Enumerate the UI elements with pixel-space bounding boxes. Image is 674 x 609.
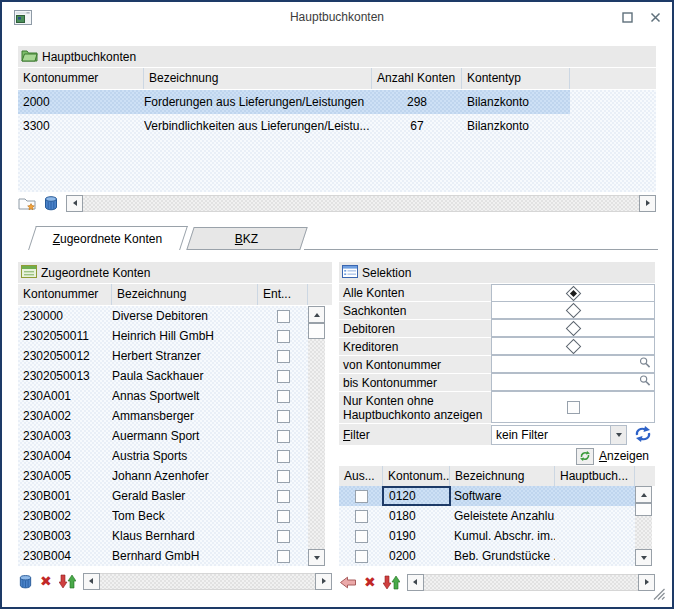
von-kontonummer-input[interactable] [491,355,655,373]
table-row[interactable]: 3300 Verbindlichkeiten aus Lieferungen/L… [18,114,570,138]
assigned-toolbar: ✖ [18,572,332,590]
main-table-toolbar [18,194,656,212]
cell-kontentyp: Bilanzkonto [462,114,570,138]
bis-kontonummer-input[interactable] [491,373,655,391]
table-row[interactable]: 2302050012Herbert Stranzer [18,346,308,366]
nur-konten-ohne-checkbox[interactable] [567,401,580,414]
radio-kreditoren[interactable] [491,337,655,355]
window-title: Hauptbuchkonten [2,10,672,24]
scroll-thumb[interactable] [308,323,325,339]
hauptbuchkonten-group-header: Hauptbuchkonten [18,46,656,67]
scroll-thumb[interactable] [635,503,652,516]
reassign-arrows-icon[interactable] [383,575,400,590]
filter-dropdown[interactable]: kein Filter [491,425,627,445]
scroll-up-button[interactable] [635,486,652,503]
scroll-track[interactable] [100,573,315,590]
entfernen-checkbox[interactable] [277,470,290,483]
entfernen-checkbox[interactable] [277,390,290,403]
delete-icon[interactable] [43,195,59,211]
table-row[interactable]: 230A001Annas Sportwelt [18,386,308,406]
radio-label-sachkonten: Sachkonten [339,302,491,320]
entfernen-checkbox[interactable] [277,530,290,543]
anzeigen-button[interactable]: Anzeigen [599,449,649,463]
entfernen-checkbox[interactable] [277,330,290,343]
entfernen-checkbox[interactable] [277,510,290,523]
tab-bkz[interactable]: BKZ [186,227,307,250]
scroll-down-button[interactable] [635,549,652,566]
back-arrow-icon[interactable] [339,576,357,589]
chevron-down-icon[interactable] [610,426,626,444]
delete-icon[interactable] [18,574,33,589]
assigned-horizontal-scrollbar[interactable] [83,573,332,590]
resize-grip[interactable] [651,588,666,603]
entfernen-checkbox[interactable] [277,490,290,503]
table-row[interactable]: 230000Diverse Debitoren [18,306,308,326]
entfernen-checkbox[interactable] [277,410,290,423]
radio-sachkonten[interactable] [491,301,655,319]
scroll-track[interactable] [635,516,652,549]
entfernen-checkbox[interactable] [277,310,290,323]
entfernen-checkbox[interactable] [277,350,290,363]
scroll-left-button[interactable] [407,574,424,591]
focused-cell[interactable]: 0120 [383,487,450,505]
scroll-track[interactable] [424,574,638,591]
add-account-icon[interactable] [18,195,36,211]
scroll-up-button[interactable] [308,306,325,323]
table-row[interactable]: 0190 Kumul. Abschr. im... [339,526,635,546]
remove-icon[interactable]: ✖ [40,574,52,588]
nur-konten-ohne-checkbox-cell[interactable] [491,391,655,423]
table-row[interactable]: 230B004Bernhard GmbH [18,546,308,566]
table-row[interactable]: 2000 Forderungen aus Lieferungen/Leistun… [18,90,570,114]
table-row[interactable]: 230B001Gerald Basler [18,486,308,506]
scroll-track[interactable] [83,195,639,212]
radio-diamond[interactable] [565,338,581,354]
entfernen-checkbox[interactable] [277,550,290,563]
refresh-icon[interactable] [633,425,653,446]
assigned-vertical-scrollbar[interactable] [308,306,325,566]
auswahl-checkbox[interactable] [355,490,368,503]
radio-diamond-selected[interactable] [565,285,581,301]
filter-label: Filter [339,424,491,446]
table-row[interactable]: 230A004Austria Sports [18,446,308,466]
table-row[interactable]: 0120 Software [339,486,635,506]
table-row[interactable]: 0180 Geleistete Anzahlu... [339,506,635,526]
table-row[interactable]: 230B003Klaus Bernhard [18,526,308,546]
entfernen-checkbox[interactable] [277,450,290,463]
auswahl-checkbox[interactable] [355,550,368,563]
auswahl-checkbox[interactable] [355,510,368,523]
radio-diamond[interactable] [565,320,581,336]
table-row[interactable]: 2302050011Heinrich Hill GmbH [18,326,308,346]
table-row[interactable]: 230A003Auermann Sport [18,426,308,446]
main-horizontal-scrollbar[interactable] [66,195,656,212]
scroll-left-button[interactable] [83,573,100,590]
scroll-right-button[interactable] [639,195,656,212]
reassign-arrows-icon[interactable] [59,574,76,589]
auswahl-checkbox[interactable] [355,530,368,543]
results-vertical-scrollbar[interactable] [635,486,652,566]
entfernen-checkbox[interactable] [277,370,290,383]
close-button[interactable] [648,10,662,24]
tab-zugeordnete-konten[interactable]: Zugeordnete Konten [28,226,188,250]
search-icon[interactable] [639,357,651,372]
table-row[interactable]: 230A005Johann Azenhofer [18,466,308,486]
scroll-right-button[interactable] [315,573,332,590]
maximize-button[interactable] [620,10,634,24]
radio-diamond[interactable] [565,302,581,318]
radio-debitoren[interactable] [491,319,655,337]
table-row[interactable]: 230B002Tom Beck [18,506,308,526]
anzeigen-icon-button[interactable] [576,448,594,465]
nur-konten-ohne-label: Nur Konten ohne Hauptbuchkonto anzeigen [339,392,491,424]
radio-alle-konten[interactable] [491,284,655,302]
scroll-down-button[interactable] [308,549,325,566]
scroll-left-button[interactable] [66,195,83,212]
results-horizontal-scrollbar[interactable] [407,574,655,591]
scroll-track[interactable] [308,339,325,549]
table-row[interactable]: 2302050013Paula Sackhauer [18,366,308,386]
table-row[interactable]: 0200 Beb. Grundstücke ... [339,546,635,566]
cell-bezeichnung: Verbindlichkeiten aus Lieferungen/Leistu… [144,114,372,138]
table-row[interactable]: 230A002Ammansberger [18,406,308,426]
search-icon[interactable] [639,375,651,390]
entfernen-checkbox[interactable] [277,430,290,443]
remove-icon[interactable]: ✖ [364,575,376,589]
tab-strip: Zugeordnete Konten BKZ [18,226,658,250]
